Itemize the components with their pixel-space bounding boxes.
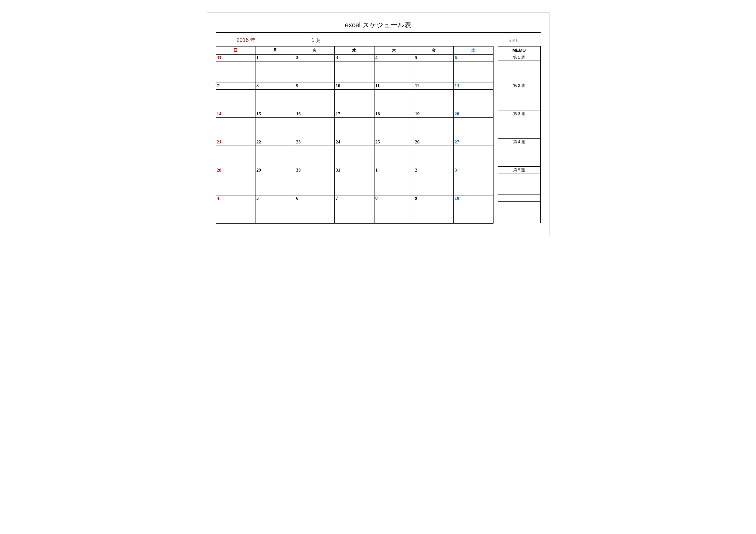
- week-body-row: [216, 118, 493, 139]
- dow-wed: 水: [335, 46, 374, 55]
- memo-week-label: 第５週: [498, 167, 540, 174]
- dow-sun: 日: [216, 46, 256, 55]
- memo-week-label: 第３週: [498, 110, 540, 117]
- day-number-cell: 7: [216, 83, 256, 90]
- day-number-cell: 31: [216, 55, 256, 62]
- week-number-row: 28293031123: [216, 167, 493, 174]
- day-body-cell: [453, 146, 493, 167]
- day-number-cell: 10: [335, 83, 374, 90]
- memo-week-body: [498, 201, 540, 223]
- dow-header-row: 日 月 火 水 木 金 土: [216, 46, 493, 55]
- month-label: 1 月: [277, 37, 356, 44]
- day-body-cell: [216, 90, 256, 111]
- day-number-cell: 8: [374, 196, 414, 202]
- day-body-cell: [414, 146, 454, 167]
- day-body-cell: [453, 118, 493, 139]
- memo-week-body: [498, 117, 540, 139]
- dow-mon: 月: [256, 46, 295, 55]
- day-body-cell: [335, 118, 374, 139]
- day-body-cell: [414, 174, 454, 196]
- week-number-row: 14151617181920: [216, 111, 493, 118]
- day-number-cell: 7: [335, 196, 374, 202]
- day-number-cell: 17: [335, 111, 374, 118]
- memo-week-body: [498, 174, 540, 195]
- week-body-row: [216, 62, 493, 83]
- day-body-cell: [256, 174, 295, 196]
- day-number-cell: 11: [374, 83, 414, 90]
- day-number-cell: 8: [256, 83, 295, 90]
- day-number-cell: 6: [295, 196, 335, 202]
- day-body-cell: [256, 62, 295, 83]
- day-number-cell: 15: [256, 111, 295, 118]
- day-number-cell: 5: [414, 55, 454, 62]
- day-number-cell: 14: [216, 111, 256, 118]
- day-number-cell: 9: [414, 196, 454, 202]
- day-body-cell: [256, 90, 295, 111]
- week-body-row: [216, 174, 493, 196]
- day-body-cell: [374, 146, 414, 167]
- day-number-cell: 22: [256, 139, 295, 146]
- day-number-cell: 21: [216, 139, 256, 146]
- calendar-grid: 日 月 火 水 木 金 土 31123456789101112131415161…: [216, 46, 494, 224]
- document-title: excel スケジュール表: [216, 19, 541, 33]
- week-body-row: [216, 146, 493, 167]
- day-number-cell: 10: [453, 196, 493, 202]
- day-number-cell: 24: [335, 139, 374, 146]
- day-body-cell: [295, 146, 335, 167]
- day-number-cell: 18: [374, 111, 414, 118]
- day-number-cell: 2: [295, 55, 335, 62]
- day-number-cell: 31: [335, 167, 374, 174]
- day-number-cell: 13: [453, 83, 493, 90]
- memo-week-body: [498, 61, 540, 82]
- day-body-cell: [335, 174, 374, 196]
- day-number-cell: 26: [414, 139, 454, 146]
- dow-tue: 火: [295, 46, 335, 55]
- day-body-cell: [374, 118, 414, 139]
- day-body-cell: [295, 118, 335, 139]
- memo-week-body: [498, 145, 540, 167]
- day-body-cell: [414, 62, 454, 83]
- day-body-cell: [295, 62, 335, 83]
- memo-week-label: [498, 195, 540, 201]
- day-body-cell: [414, 202, 454, 224]
- day-body-cell: [216, 146, 256, 167]
- week-number-row: 31123456: [216, 55, 493, 62]
- day-body-cell: [216, 174, 256, 196]
- day-body-cell: [374, 202, 414, 224]
- day-body-cell: [335, 90, 374, 111]
- day-number-cell: 16: [295, 111, 335, 118]
- day-number-cell: 19: [414, 111, 454, 118]
- memo-week-label: 第２週: [498, 82, 540, 89]
- day-number-cell: 12: [414, 83, 454, 90]
- dow-sat: 土: [453, 46, 493, 55]
- day-number-cell: 6: [453, 55, 493, 62]
- day-body-cell: [295, 174, 335, 196]
- day-number-cell: 3: [453, 167, 493, 174]
- memo-week-label: 第４週: [498, 139, 540, 145]
- day-number-cell: 25: [374, 139, 414, 146]
- day-body-cell: [453, 202, 493, 224]
- day-body-cell: [453, 90, 493, 111]
- day-body-cell: [414, 118, 454, 139]
- dow-thu: 木: [374, 46, 414, 55]
- day-body-cell: [414, 90, 454, 111]
- day-body-cell: [335, 62, 374, 83]
- day-body-cell: [256, 202, 295, 224]
- day-body-cell: [374, 174, 414, 196]
- day-body-cell: [256, 118, 295, 139]
- day-body-cell: [295, 202, 335, 224]
- day-body-cell: [453, 62, 493, 83]
- memo-column: MEMO 第１週第２週第３週第４週第５週: [498, 46, 541, 224]
- week-body-row: [216, 90, 493, 111]
- day-number-cell: 27: [453, 139, 493, 146]
- memo-table: MEMO 第１週第２週第３週第４週第５週: [498, 46, 541, 223]
- day-number-cell: 5: [256, 196, 295, 202]
- day-body-cell: [374, 62, 414, 83]
- day-number-cell: 1: [256, 55, 295, 62]
- memo-header: MEMO: [498, 46, 540, 54]
- day-body-cell: [216, 118, 256, 139]
- day-body-cell: [295, 90, 335, 111]
- dow-fri: 金: [414, 46, 454, 55]
- day-body-cell: [216, 62, 256, 83]
- document-page: excel スケジュール表 2018 年 1 月 1/1/18 日 月 火 水 …: [207, 12, 550, 236]
